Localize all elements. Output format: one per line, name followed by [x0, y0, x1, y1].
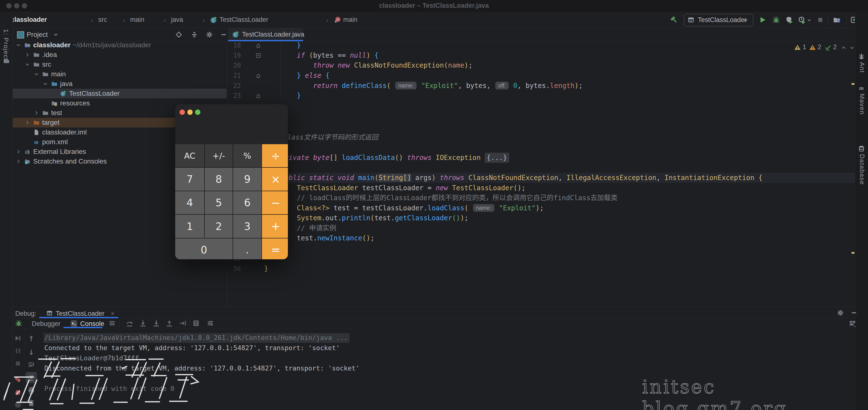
run-configuration-select[interactable]: TestClassLoader [684, 14, 753, 26]
pause-button-icon[interactable] [14, 347, 22, 355]
code-line[interactable]: Class<?> test = testClassLoader.loadClas… [264, 203, 544, 213]
resume-button-icon[interactable] [14, 334, 22, 342]
debug-button-icon[interactable] [772, 16, 780, 24]
tree-row-TestClassLoader[interactable]: CTestClassLoader [13, 89, 226, 98]
console-menu-icon[interactable] [108, 319, 116, 327]
code-line[interactable]: if (bytes == null) { [264, 51, 378, 61]
step-into-button-icon[interactable] [139, 319, 147, 327]
code-line[interactable]: return defineClass( name: "Exploit", byt… [264, 81, 583, 91]
tree-row-java[interactable]: java [13, 79, 226, 89]
code-line[interactable]: public static void main(String[] args) t… [264, 173, 763, 183]
soft-wrap-button-icon[interactable] [27, 360, 35, 369]
code-line[interactable]: private byte[] loadClassData() throws IO… [264, 153, 509, 163]
calc-key-6[interactable]: 6 [233, 191, 261, 214]
toolwindow-database[interactable]: Database [855, 145, 868, 174]
debug-header-settings-icon[interactable] [837, 309, 844, 316]
fold-marker-icon[interactable] [255, 42, 262, 49]
code-line[interactable]: } else { [264, 70, 330, 81]
tab-close-icon[interactable] [294, 32, 300, 37]
force-step-into-button-icon[interactable] [152, 319, 160, 327]
mute-breakpoints-button-icon[interactable] [14, 388, 22, 397]
step-over-button-icon[interactable] [126, 319, 133, 327]
restore-layout-button-icon[interactable] [848, 319, 857, 327]
calc-close-button[interactable] [180, 109, 185, 115]
stripe-project-label[interactable]: 1: Project [2, 29, 10, 61]
code-line[interactable]: // loadClass的时候上层的ClassLoader都找不到对应的类，所以… [264, 193, 617, 203]
coverage-button-icon[interactable] [785, 16, 794, 24]
project-panel-title[interactable]: Project [27, 31, 48, 38]
calc-key-0[interactable]: 0 [175, 239, 232, 259]
calc-minimize-button[interactable] [187, 109, 193, 115]
debug-settings-button-icon[interactable] [14, 401, 22, 409]
calculator-window[interactable]: 0 AC+/-%÷789×456−123+0.= [175, 104, 288, 259]
calc-key-4[interactable]: 4 [175, 191, 204, 214]
chevron-collapsed-icon[interactable] [15, 149, 22, 155]
breadcrumb-item-classloader[interactable]: classloader [11, 16, 47, 24]
project-title-chevron-icon[interactable] [53, 32, 59, 37]
tab-testclassloader-java[interactable]: CTestClassLoader.java [228, 28, 303, 41]
chevron-collapsed-icon[interactable] [24, 52, 31, 58]
chevron-expanded-icon[interactable] [24, 61, 31, 68]
up-stack-button-icon[interactable] [27, 335, 35, 343]
calc-key-+/-[interactable]: +/- [205, 144, 232, 167]
profiler-button-icon[interactable] [798, 16, 806, 24]
breadcrumb-item-main[interactable]: main [130, 16, 145, 24]
code-line[interactable]: System.out.println(test.getClassLoader()… [264, 213, 468, 223]
calc-key-÷[interactable]: ÷ [262, 144, 288, 167]
calc-key-+[interactable]: + [262, 215, 288, 238]
collapse-all-button-icon[interactable] [191, 31, 198, 38]
project-settings-button-icon[interactable] [206, 31, 213, 38]
fold-marker-icon[interactable] [255, 92, 262, 99]
debug-header-hide-icon[interactable] [850, 309, 858, 316]
code-line[interactable]: } [264, 41, 301, 51]
locate-file-button-icon[interactable] [175, 31, 183, 38]
tree-row-main[interactable]: main [13, 69, 226, 79]
chevron-collapsed-icon[interactable] [15, 158, 22, 164]
chevron-collapsed-icon[interactable] [24, 120, 31, 126]
fold-marker-icon[interactable] [255, 52, 262, 59]
next-problem-icon[interactable] [848, 44, 855, 51]
chevron-expanded-icon[interactable] [15, 42, 22, 48]
calc-key-AC[interactable]: AC [175, 144, 204, 167]
calc-key-2[interactable]: 2 [205, 215, 232, 238]
calc-key-1[interactable]: 1 [175, 215, 204, 238]
calc-key-7[interactable]: 7 [175, 168, 204, 191]
toolwindow-ant[interactable]: Ant [855, 53, 868, 82]
view-breakpoints-button-icon[interactable] [14, 375, 22, 384]
stop-debug-button-icon[interactable] [14, 359, 22, 368]
run-button-icon[interactable] [758, 16, 767, 24]
tab-console[interactable]: Console [80, 320, 104, 327]
scroll-to-end-button-icon[interactable] [27, 373, 35, 382]
layout-settings-button-icon[interactable] [207, 319, 214, 327]
chevron-collapsed-icon[interactable] [33, 110, 39, 116]
tree-row-src[interactable]: src [13, 60, 226, 69]
calc-key-=[interactable]: = [262, 239, 288, 259]
calc-key-.[interactable]: . [233, 239, 261, 259]
calc-key-5[interactable]: 5 [205, 191, 232, 214]
tree-row--idea[interactable]: .idea [13, 50, 226, 60]
calc-key-×[interactable]: × [262, 168, 288, 191]
calc-key-8[interactable]: 8 [205, 168, 232, 191]
profiler-chevron-down-icon[interactable] [806, 18, 812, 23]
editor[interactable]: 18 }19 if (bytes == null) {20 throw new … [227, 41, 855, 307]
print-console-button-icon[interactable] [27, 386, 35, 395]
calc-key-%[interactable]: % [233, 144, 261, 167]
hide-panel-button-icon[interactable] [220, 31, 227, 38]
chevron-expanded-icon[interactable] [42, 81, 49, 87]
down-stack-button-icon[interactable] [27, 348, 35, 356]
calc-zoom-button[interactable] [195, 109, 200, 115]
code-line[interactable]: } [264, 264, 268, 274]
run-to-cursor-button-icon[interactable] [179, 319, 187, 327]
project-structure-button-icon[interactable] [833, 16, 841, 24]
chevron-expanded-icon[interactable] [33, 71, 39, 77]
tree-row-classloader[interactable]: classloader ~/d4m1ts/java/classloader [13, 40, 226, 50]
evaluate-expression-button-icon[interactable] [192, 319, 200, 327]
calc-key-3[interactable]: 3 [233, 215, 261, 238]
build-hammer-icon[interactable] [670, 15, 679, 24]
breadcrumb-item-main[interactable]: main [343, 16, 358, 24]
calc-key-9[interactable]: 9 [233, 168, 261, 191]
prev-problem-icon[interactable] [840, 44, 847, 51]
debug-session-tab[interactable]: TestClassLoader [56, 310, 104, 317]
step-out-button-icon[interactable] [165, 319, 173, 327]
fold-marker-icon[interactable] [255, 72, 262, 79]
